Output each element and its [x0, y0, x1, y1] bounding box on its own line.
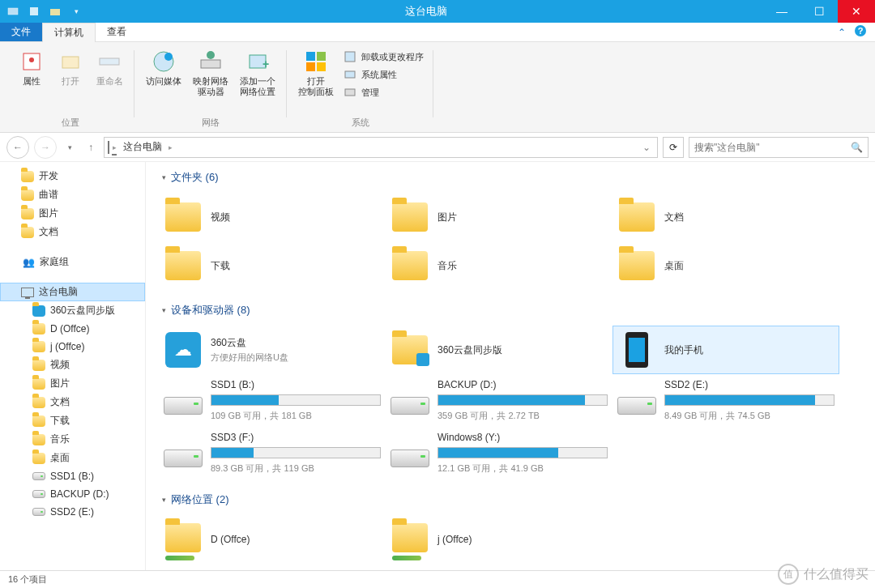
qat-new-folder-icon[interactable]: [49, 5, 62, 18]
open-button[interactable]: 打开: [52, 45, 89, 115]
drive-usage-bar: [664, 394, 834, 406]
address-dropdown-icon[interactable]: ⌄: [639, 142, 654, 153]
ribbon: 属性 打开 重命名 位置 访问媒体 映射网络 驱动器 +: [0, 42, 875, 133]
device-360cloud[interactable]: ☁360云盘方便好用的网络U盘: [159, 326, 386, 374]
sidebar-fav-item[interactable]: 曲谱: [0, 185, 145, 204]
drive-icon: [391, 397, 429, 415]
watermark: 值 什么值得买: [778, 564, 869, 585]
svg-rect-7: [62, 57, 79, 68]
system-props-button[interactable]: 系统属性: [340, 66, 427, 83]
watermark-text: 什么值得买: [804, 566, 869, 583]
uninstall-button[interactable]: 卸载或更改程序: [340, 49, 427, 65]
breadcrumb-sep-icon[interactable]: ▸: [169, 143, 173, 151]
svg-rect-0: [8, 8, 18, 15]
folder-videos[interactable]: 视频: [159, 193, 386, 241]
help-icon[interactable]: ?: [854, 24, 867, 40]
cloud-icon: ☁: [165, 332, 201, 368]
sidebar-pc-item[interactable]: j (Offce): [0, 338, 145, 356]
back-button[interactable]: ←: [6, 136, 29, 159]
section-folders: ▾文件夹 (6) 视频 图片 文档 下载 音乐 桌面: [159, 170, 862, 290]
breadcrumb-root[interactable]: 这台电脑: [120, 140, 165, 154]
minimize-button[interactable]: —: [763, 0, 800, 23]
svg-rect-8: [100, 58, 119, 65]
window-buttons: — ☐ ✕: [763, 0, 875, 23]
close-button[interactable]: ✕: [838, 0, 875, 23]
up-button[interactable]: ↑: [83, 136, 99, 159]
svg-rect-18: [317, 62, 326, 71]
control-panel-button[interactable]: 打开 控制面板: [293, 45, 339, 115]
drive-usage-bar: [438, 447, 608, 458]
sidebar-pc-item[interactable]: 图片: [0, 374, 145, 393]
minimize-ribbon-icon[interactable]: ⌃: [838, 27, 846, 38]
sidebar-thispc[interactable]: 这台电脑: [0, 283, 145, 301]
tab-view[interactable]: 查看: [96, 23, 138, 41]
sidebar-pc-item[interactable]: 360云盘同步版: [0, 301, 145, 320]
sidebar-pc-item[interactable]: 文档: [0, 393, 145, 411]
drive-backup[interactable]: BACKUP (D:)359 GB 可用，共 2.72 TB: [386, 374, 612, 427]
pc-icon: [21, 286, 34, 299]
tab-computer[interactable]: 计算机: [42, 23, 96, 42]
folder-downloads[interactable]: 下载: [159, 241, 386, 290]
sidebar-pc-item[interactable]: 下载: [0, 411, 145, 430]
section-header-network[interactable]: ▾网络位置 (2): [159, 492, 862, 507]
search-input[interactable]: [694, 142, 851, 153]
recent-button[interactable]: ▾: [62, 136, 78, 159]
folder-pictures[interactable]: 图片: [386, 193, 612, 241]
sidebar-fav-item[interactable]: 文档: [0, 223, 145, 241]
rename-button[interactable]: 重命名: [91, 45, 128, 115]
sidebar-pc-item[interactable]: 音乐: [0, 430, 145, 449]
system-menu-icon[interactable]: [6, 5, 19, 18]
ribbon-tabs: 文件 计算机 查看 ⌃ ?: [0, 23, 875, 42]
netloc-j[interactable]: j (Offce): [386, 515, 612, 564]
device-phone[interactable]: 我的手机: [612, 326, 839, 374]
collapse-icon: ▾: [162, 173, 166, 181]
collapse-icon: ▾: [162, 496, 166, 504]
sidebar-pc-item[interactable]: D (Offce): [0, 320, 145, 338]
sidebar-pc-item[interactable]: BACKUP (D:): [0, 485, 145, 503]
sidebar-pc-item[interactable]: SSD1 (B:): [0, 467, 145, 485]
section-header-folders[interactable]: ▾文件夹 (6): [159, 170, 862, 185]
title-bar: ▾ 这台电脑 — ☐ ✕: [0, 0, 875, 23]
collapse-icon: ▾: [162, 306, 166, 314]
folder-documents[interactable]: 文档: [612, 193, 839, 241]
search-box[interactable]: 🔍: [689, 137, 869, 158]
maximize-button[interactable]: ☐: [800, 0, 838, 23]
drive-icon: [391, 450, 429, 467]
folder-music[interactable]: 音乐: [386, 241, 612, 290]
sidebar-pc-item[interactable]: 视频: [0, 356, 145, 374]
refresh-button[interactable]: ⟳: [663, 137, 684, 158]
sidebar-fav-item[interactable]: 图片: [0, 204, 145, 223]
address-bar[interactable]: ▸ 这台电脑 ▸ ⌄: [104, 137, 658, 158]
nav-pane[interactable]: 开发 曲谱 图片 文档 👥家庭组 这台电脑 360云盘同步版 D (Offce)…: [0, 162, 146, 570]
access-media-button[interactable]: 访问媒体: [141, 45, 186, 115]
forward-button[interactable]: →: [34, 136, 57, 159]
homegroup-icon: 👥: [23, 257, 35, 268]
drive-windows8[interactable]: Windows8 (Y:)12.1 GB 可用，共 41.9 GB: [386, 427, 612, 479]
manage-button[interactable]: 管理: [340, 84, 427, 100]
sidebar-fav-item[interactable]: 开发: [0, 167, 145, 185]
drive-ssd2[interactable]: SSD2 (E:)8.49 GB 可用，共 74.5 GB: [612, 374, 839, 427]
sidebar-homegroup[interactable]: 👥家庭组: [0, 253, 145, 271]
drive-icon: [164, 450, 203, 467]
search-icon[interactable]: 🔍: [851, 142, 863, 153]
sidebar-pc-item[interactable]: SSD2 (E:): [0, 503, 145, 521]
tab-file[interactable]: 文件: [0, 23, 42, 41]
netloc-d[interactable]: D (Offce): [159, 515, 386, 564]
drive-ssd1[interactable]: SSD1 (B:)109 GB 可用，共 181 GB: [159, 374, 386, 427]
add-location-button[interactable]: + 添加一个 网络位置: [235, 45, 280, 115]
svg-rect-15: [306, 52, 315, 61]
map-drive-button[interactable]: 映射网络 驱动器: [188, 45, 233, 115]
folder-desktop[interactable]: 桌面: [612, 241, 839, 290]
sidebar-pc-item[interactable]: 桌面: [0, 449, 145, 467]
device-360cloud-sync[interactable]: 360云盘同步版: [386, 326, 612, 374]
breadcrumb-sep-icon[interactable]: ▸: [113, 143, 117, 151]
svg-text:?: ?: [858, 26, 864, 36]
content-pane[interactable]: ▾文件夹 (6) 视频 图片 文档 下载 音乐 桌面 ▾设备和驱动器 (8) ☁…: [146, 162, 875, 570]
svg-point-12: [207, 51, 215, 59]
section-header-devices[interactable]: ▾设备和驱动器 (8): [159, 303, 862, 317]
svg-point-10: [164, 53, 173, 61]
drive-ssd3[interactable]: SSD3 (F:)89.3 GB 可用，共 119 GB: [159, 427, 386, 479]
qat-dropdown-icon[interactable]: ▾: [70, 5, 83, 18]
qat-properties-icon[interactable]: [28, 5, 41, 18]
properties-button[interactable]: 属性: [13, 45, 50, 115]
